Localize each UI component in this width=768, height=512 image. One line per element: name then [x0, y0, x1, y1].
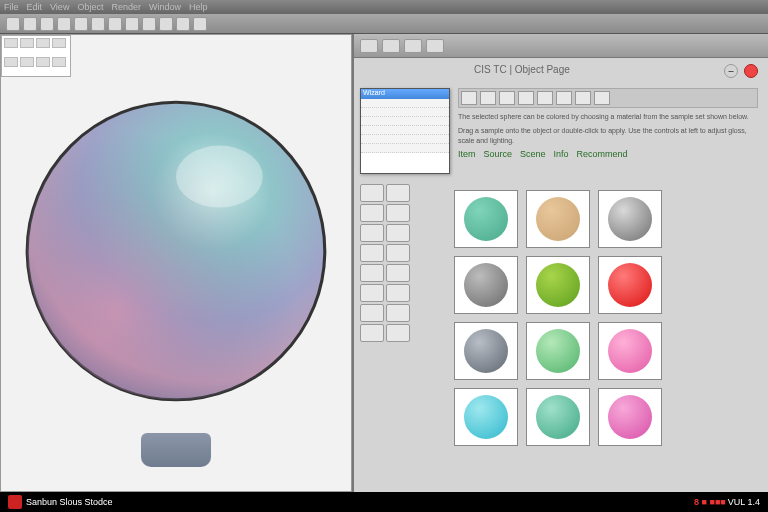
app-title: Sanbun Slous Stodce — [26, 497, 113, 507]
swatch-green-gloss[interactable] — [526, 256, 590, 314]
brand-mark: 8 ■ ■■■ — [694, 497, 726, 507]
panel-icon[interactable] — [404, 39, 422, 53]
svg-point-1 — [27, 102, 325, 400]
viewport[interactable] — [1, 39, 351, 491]
menu-file[interactable]: File — [4, 2, 19, 12]
tool-button[interactable] — [360, 304, 384, 322]
open-icon[interactable] — [23, 17, 37, 31]
prop-icon[interactable] — [575, 91, 591, 105]
menu-view[interactable]: View — [50, 2, 69, 12]
undo-icon[interactable] — [57, 17, 71, 31]
rotate-icon[interactable] — [176, 17, 190, 31]
prop-icon[interactable] — [518, 91, 534, 105]
tab-item[interactable]: Item — [458, 149, 476, 159]
select-icon[interactable] — [142, 17, 156, 31]
minimize-icon[interactable]: – — [724, 64, 738, 78]
list-item[interactable] — [361, 117, 449, 126]
new-icon[interactable] — [6, 17, 20, 31]
tool-button[interactable] — [360, 224, 384, 242]
properties-toolbar — [354, 34, 768, 58]
swatch-red-gloss[interactable] — [598, 256, 662, 314]
swatch-magenta[interactable] — [598, 388, 662, 446]
tool-button[interactable] — [386, 184, 410, 202]
properties-panel: CIS TC | Object Page – Wizard — [352, 34, 768, 492]
panel-icon[interactable] — [382, 39, 400, 53]
swatch-cyan-glass[interactable] — [454, 388, 518, 446]
swatch-teal-matte[interactable] — [454, 190, 518, 248]
list-item[interactable] — [361, 108, 449, 117]
tool-button[interactable] — [360, 264, 384, 282]
property-icon-row — [458, 88, 758, 108]
sphere-stand — [141, 433, 211, 467]
properties-body: The selected sphere can be colored by ch… — [458, 88, 758, 159]
menu-help[interactable]: Help — [189, 2, 208, 12]
main-toolbar — [0, 14, 768, 34]
wizard-title: Wizard — [361, 89, 449, 99]
list-item[interactable] — [361, 126, 449, 135]
prop-icon[interactable] — [594, 91, 610, 105]
tool-button[interactable] — [360, 204, 384, 222]
svg-point-2 — [176, 146, 263, 208]
list-item[interactable] — [361, 99, 449, 108]
side-tool-column — [360, 184, 414, 342]
record-icon[interactable] — [744, 64, 758, 78]
panel-icon[interactable] — [360, 39, 378, 53]
redo-icon[interactable] — [74, 17, 88, 31]
tool-button[interactable] — [360, 184, 384, 202]
move-icon[interactable] — [159, 17, 173, 31]
tool-button[interactable] — [360, 324, 384, 342]
description-text: The selected sphere can be colored by ch… — [458, 112, 758, 122]
prop-icon[interactable] — [480, 91, 496, 105]
prop-icon[interactable] — [461, 91, 477, 105]
list-item[interactable] — [361, 135, 449, 144]
app-badge-icon — [8, 495, 22, 509]
save-icon[interactable] — [40, 17, 54, 31]
swatch-grey-split[interactable] — [598, 190, 662, 248]
tab-info[interactable]: Info — [554, 149, 569, 159]
swatch-grey-gloss[interactable] — [454, 256, 518, 314]
tab-recommend[interactable]: Recommend — [577, 149, 628, 159]
copy-icon[interactable] — [108, 17, 122, 31]
swatch-pink-gloss[interactable] — [598, 322, 662, 380]
list-item[interactable] — [361, 144, 449, 153]
tool-button[interactable] — [386, 304, 410, 322]
scale-icon[interactable] — [193, 17, 207, 31]
sphere-object[interactable] — [21, 96, 331, 406]
menu-render[interactable]: Render — [111, 2, 141, 12]
tab-scene[interactable]: Scene — [520, 149, 546, 159]
tool-button[interactable] — [360, 284, 384, 302]
prop-icon[interactable] — [537, 91, 553, 105]
prop-icon[interactable] — [499, 91, 515, 105]
menu-object[interactable]: Object — [77, 2, 103, 12]
tool-button[interactable] — [360, 244, 384, 262]
panel-controls: – — [724, 64, 758, 78]
prop-icon[interactable] — [556, 91, 572, 105]
swatch-tan-matte[interactable] — [526, 190, 590, 248]
tool-button[interactable] — [386, 324, 410, 342]
tab-source[interactable]: Source — [484, 149, 513, 159]
description-text: Drag a sample onto the object or double-… — [458, 126, 758, 146]
status-bar: Sanbun Slous Stodce 8 ■ ■■■ VUL 1.4 — [0, 492, 768, 512]
tool-button[interactable] — [386, 264, 410, 282]
swatch-steel[interactable] — [454, 322, 518, 380]
version-label: VUL 1.4 — [728, 497, 760, 507]
panel-title: CIS TC | Object Page — [474, 64, 570, 75]
tool-button[interactable] — [386, 284, 410, 302]
paste-icon[interactable] — [125, 17, 139, 31]
swatch-mint-gloss[interactable] — [526, 322, 590, 380]
material-swatches — [454, 190, 662, 446]
menu-bar: File Edit View Object Render Window Help — [0, 0, 768, 14]
menu-edit[interactable]: Edit — [27, 2, 43, 12]
wizard-window[interactable]: Wizard — [360, 88, 450, 174]
tool-button[interactable] — [386, 224, 410, 242]
cut-icon[interactable] — [91, 17, 105, 31]
menu-window[interactable]: Window — [149, 2, 181, 12]
tool-button[interactable] — [386, 244, 410, 262]
canvas-panel — [0, 34, 352, 492]
tool-button[interactable] — [386, 204, 410, 222]
swatch-jade[interactable] — [526, 388, 590, 446]
property-tabs: Item Source Scene Info Recommend — [458, 149, 758, 159]
panel-icon[interactable] — [426, 39, 444, 53]
